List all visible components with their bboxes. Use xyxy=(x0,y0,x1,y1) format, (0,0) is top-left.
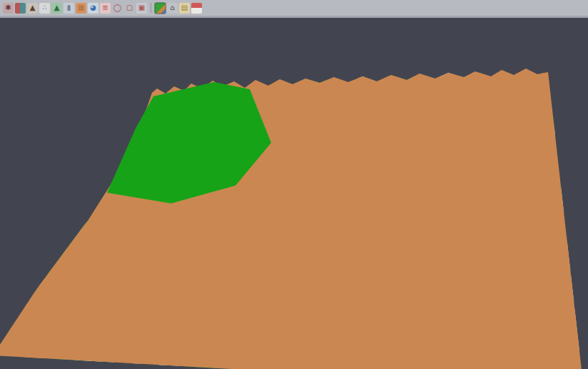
dense-cloud-icon[interactable]: ▲ xyxy=(51,3,62,14)
build-mesh-icon[interactable]: ⌂ xyxy=(167,3,178,14)
select-points-icon[interactable]: ✱ xyxy=(3,3,14,14)
terrain-model-icon[interactable]: ▲ xyxy=(27,3,38,14)
orthomosaic-icon[interactable] xyxy=(191,3,202,14)
textured-view-icon[interactable]: ▦ xyxy=(76,3,86,14)
crop-region-icon[interactable]: ▣ xyxy=(136,3,147,14)
tiled-model-icon[interactable]: ◕ xyxy=(88,3,98,14)
viewport-3d[interactable] xyxy=(0,18,588,369)
circle-selection-icon[interactable]: ◯ xyxy=(112,3,123,14)
main-toolbar: ✱▲∴▲▮▦◕≣◯▢▣⌂▤ xyxy=(0,0,588,18)
sparse-cloud-icon[interactable]: ∴ xyxy=(39,3,50,14)
split-compare-icon[interactable] xyxy=(15,3,26,14)
dem-view-icon[interactable]: ≣ xyxy=(100,3,111,14)
contour-lines-icon[interactable]: ▤ xyxy=(179,3,190,14)
app-window: ✱▲∴▲▮▦◕≣◯▢▣⌂▤ xyxy=(0,0,588,369)
toolbar-separator xyxy=(151,3,151,13)
model-shaded-icon[interactable]: ▮ xyxy=(64,3,74,14)
region-selection-icon[interactable]: ▢ xyxy=(124,3,135,14)
point-cloud-scene xyxy=(0,0,588,369)
classified-view-icon[interactable] xyxy=(155,3,166,14)
